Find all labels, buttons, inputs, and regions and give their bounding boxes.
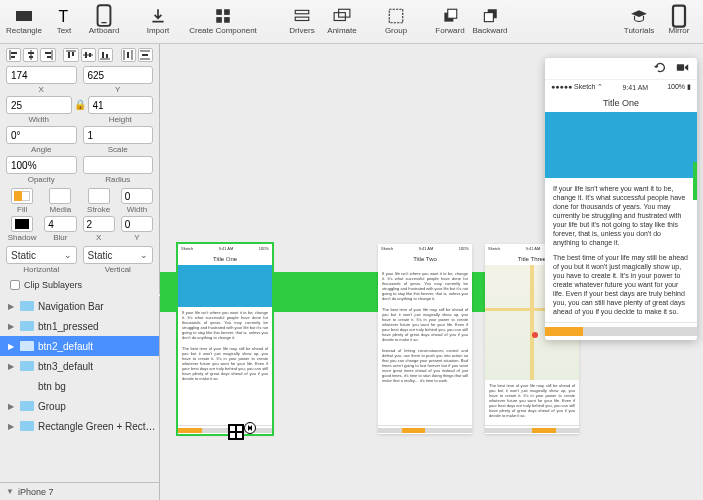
text-icon: T	[55, 8, 73, 24]
scale-input[interactable]	[83, 126, 154, 144]
svg-rect-17	[673, 6, 685, 27]
lock-aspect-icon[interactable]: 🔒	[74, 96, 86, 110]
clip-sublayers-checkbox[interactable]	[10, 280, 20, 290]
stroke-width-input[interactable]	[121, 188, 153, 204]
tab-item[interactable]	[402, 426, 426, 434]
undo-icon[interactable]	[653, 61, 666, 76]
fill-swatch[interactable]	[11, 188, 33, 204]
tool-backward[interactable]: Backward	[470, 2, 510, 42]
layer-item-btnbg[interactable]: ▶btn bg	[0, 376, 159, 396]
tab-item[interactable]	[583, 323, 621, 340]
tab-item[interactable]	[449, 426, 473, 434]
tab-item[interactable]	[485, 426, 509, 434]
layer-item-btn1[interactable]: ▶btn1_pressed	[0, 316, 159, 336]
svg-rect-29	[72, 52, 74, 56]
x-input[interactable]	[6, 66, 77, 84]
tool-group[interactable]: Group	[376, 2, 416, 42]
tool-rectangle[interactable]: Rectangle	[4, 2, 44, 42]
tool-create-component[interactable]: Create Component	[178, 2, 268, 42]
artboard-title-one[interactable]: Sketch9:41 AM100% Title One If your life…	[178, 244, 272, 434]
y-input[interactable]	[83, 66, 154, 84]
tab-item[interactable]	[202, 426, 226, 434]
tab-bar	[485, 425, 579, 434]
tool-artboard[interactable]: Artboard	[84, 2, 124, 42]
tool-mirror[interactable]: Mirror	[659, 2, 699, 42]
layer-item-group[interactable]: ▶Group	[0, 396, 159, 416]
map-pin-icon	[532, 332, 538, 338]
vertical-select[interactable]: Static	[83, 246, 154, 264]
tab-item[interactable]	[509, 426, 533, 434]
distribute-v-button[interactable]	[138, 48, 153, 62]
mirror-icon	[670, 8, 688, 24]
width-input[interactable]	[6, 96, 72, 114]
shadow-x-input[interactable]	[83, 216, 115, 232]
svg-rect-26	[47, 56, 51, 58]
vertical-label: Vertical	[83, 265, 154, 274]
tool-import[interactable]: Import	[138, 2, 178, 42]
svg-rect-31	[85, 52, 87, 58]
radius-input[interactable]	[83, 156, 154, 174]
body-text: If your life isn't where you want it to …	[178, 307, 272, 343]
align-right-button[interactable]	[40, 48, 55, 62]
tab-item[interactable]	[425, 426, 449, 434]
chevron-down-icon[interactable]: ▼	[6, 487, 14, 496]
tool-drivers[interactable]: Drivers	[282, 2, 322, 42]
opacity-input[interactable]	[6, 156, 77, 174]
layer-list: ▶Navigation Bar ▶btn1_pressed ▶btn2_defa…	[0, 296, 160, 500]
tool-animate[interactable]: Animate	[322, 2, 362, 42]
artboard-title-two[interactable]: Sketch9:41 AM100% Title Two If your life…	[378, 244, 472, 434]
tool-tutorials[interactable]: Tutorials	[619, 2, 659, 42]
align-center-v-button[interactable]	[81, 48, 96, 62]
main-toolbar: Rectangle T Text Artboard Import Create …	[0, 0, 703, 44]
tool-label: Create Component	[189, 26, 257, 35]
shadow-swatch[interactable]	[11, 216, 33, 232]
tool-label: Tutorials	[624, 26, 654, 35]
tool-label: Text	[57, 26, 72, 35]
arrange-overlay-icon	[228, 424, 244, 440]
tool-label: Group	[385, 26, 407, 35]
layer-item-rectgreen[interactable]: ▶Rectangle Green + Rect…	[0, 416, 159, 436]
body-text: The best time of your life may still be …	[545, 253, 697, 322]
chevron-right-icon: ▶	[8, 322, 16, 331]
folder-icon	[20, 341, 34, 351]
tool-text[interactable]: T Text	[44, 2, 84, 42]
height-input[interactable]	[88, 96, 154, 114]
body-text: Instead of letting circumstances control…	[378, 345, 472, 386]
tab-item[interactable]	[659, 323, 697, 340]
preview-toolbar	[545, 58, 697, 80]
horizontal-select[interactable]: Static	[6, 246, 77, 264]
phone-status-bar: Sketch9:41 AM100%	[178, 244, 272, 253]
align-left-button[interactable]	[6, 48, 21, 62]
align-top-button[interactable]	[63, 48, 78, 62]
chevron-right-icon: ▶	[8, 342, 16, 351]
layer-item-btn3[interactable]: ▶btn3_default	[0, 356, 159, 376]
layer-item-btn2[interactable]: ▶btn2_default	[0, 336, 159, 356]
angle-input[interactable]	[6, 126, 77, 144]
svg-rect-7	[224, 17, 230, 23]
body-text: If your life isn't where you want it to …	[545, 178, 697, 253]
align-bottom-button[interactable]	[98, 48, 113, 62]
tab-item[interactable]	[621, 323, 659, 340]
tab-item[interactable]	[532, 426, 556, 434]
svg-rect-5	[224, 9, 230, 15]
distribute-h-button[interactable]	[121, 48, 136, 62]
align-center-h-button[interactable]	[23, 48, 38, 62]
tool-forward[interactable]: Forward	[430, 2, 470, 42]
folder-icon	[20, 361, 34, 371]
tutorials-icon	[630, 8, 648, 24]
animate-icon	[333, 8, 351, 24]
blur-input[interactable]	[44, 216, 76, 232]
stroke-swatch[interactable]	[88, 188, 110, 204]
radius-label: Radius	[83, 175, 154, 184]
tab-item[interactable]	[378, 426, 402, 434]
svg-rect-42	[677, 64, 684, 71]
tab-item[interactable]	[545, 323, 583, 340]
shadow-y-input[interactable]	[121, 216, 153, 232]
import-icon	[149, 8, 167, 24]
tab-item[interactable]	[556, 426, 580, 434]
layer-item-nav[interactable]: ▶Navigation Bar	[0, 296, 159, 316]
record-icon[interactable]	[676, 61, 689, 76]
tab-item[interactable]	[178, 426, 202, 434]
media-swatch[interactable]	[49, 188, 71, 204]
tab-bar	[378, 425, 472, 434]
